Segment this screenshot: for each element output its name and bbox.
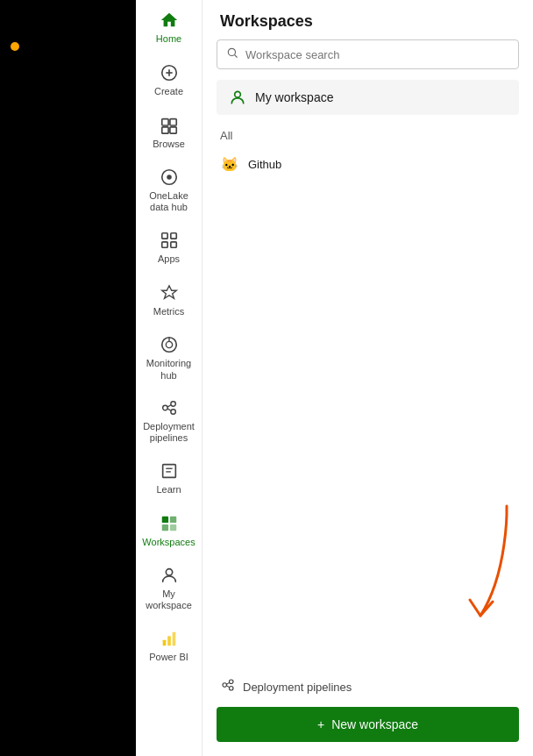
svg-rect-9 — [161, 233, 167, 239]
svg-point-17 — [170, 401, 175, 406]
github-avatar: 🐱 — [220, 154, 239, 174]
sidebar-browse-label: Browse — [153, 139, 185, 150]
workspaces-icon — [159, 513, 180, 534]
sidebar-powerbi-label: Power BI — [149, 652, 188, 663]
svg-rect-24 — [161, 517, 167, 523]
svg-rect-27 — [169, 524, 175, 531]
search-container — [203, 39, 533, 80]
sidebar-monitoring-label: Monitoring hub — [139, 358, 198, 381]
svg-point-36 — [230, 680, 234, 684]
svg-rect-5 — [161, 127, 167, 133]
browse-icon — [159, 115, 180, 136]
sidebar-item-home[interactable]: Home — [136, 0, 202, 53]
svg-rect-10 — [170, 233, 175, 239]
sidebar-item-apps[interactable]: Apps — [136, 220, 202, 273]
svg-point-18 — [170, 410, 175, 415]
onelake-icon — [159, 167, 180, 188]
sidebar-myworkspace-label: My workspace — [139, 588, 198, 611]
sidebar-item-learn[interactable]: Learn — [136, 451, 202, 503]
sidebar-deployment-label: Deployment pipelines — [139, 421, 198, 444]
sidebar-onelake-label: OneLake data hub — [139, 190, 198, 213]
sidebar-item-metrics[interactable]: Metrics — [136, 273, 202, 325]
create-icon — [159, 62, 180, 83]
svg-rect-4 — [169, 119, 175, 125]
sidebar-item-browse[interactable]: Browse — [136, 105, 202, 158]
my-workspace-icon — [229, 89, 246, 106]
main-panel: Workspaces My workspace All 🐱 Github — [203, 0, 533, 756]
svg-line-20 — [167, 409, 171, 410]
arrow-annotation — [437, 502, 524, 642]
monitoring-icon — [159, 334, 180, 355]
svg-point-16 — [162, 405, 167, 410]
svg-point-35 — [223, 683, 227, 688]
svg-point-28 — [166, 569, 172, 575]
search-box[interactable] — [217, 39, 519, 69]
arrow-svg — [437, 502, 524, 642]
svg-point-37 — [230, 687, 234, 691]
sidebar-item-myworkspace[interactable]: My workspace — [136, 556, 202, 618]
sidebar-item-deployment[interactable]: Deployment pipelines — [136, 389, 202, 451]
svg-rect-25 — [169, 517, 175, 523]
orange-dot — [11, 42, 19, 51]
deployment-pipelines-bottom[interactable]: Deployment pipelines — [217, 670, 519, 707]
svg-rect-31 — [172, 632, 175, 646]
svg-point-14 — [166, 342, 172, 348]
svg-rect-11 — [161, 242, 167, 247]
sidebar-workspaces-label: Workspaces — [142, 537, 195, 548]
deployment-icon — [159, 397, 180, 418]
svg-rect-3 — [161, 119, 167, 125]
black-area — [0, 0, 136, 756]
search-icon — [226, 46, 238, 62]
svg-rect-6 — [169, 127, 175, 133]
panel-title: Workspaces — [203, 0, 533, 39]
powerbi-icon — [159, 628, 180, 649]
github-workspace-name: Github — [248, 158, 281, 171]
learn-icon — [159, 460, 180, 481]
svg-point-34 — [235, 91, 241, 97]
my-workspace-item[interactable]: My workspace — [217, 80, 519, 115]
sidebar-item-create[interactable]: Create — [136, 53, 202, 105]
svg-line-19 — [167, 405, 171, 407]
svg-rect-30 — [167, 637, 171, 646]
plus-icon: + — [317, 717, 324, 731]
sidebar: Home Create Browse — [136, 0, 203, 756]
sidebar-apps-label: Apps — [158, 253, 180, 265]
sidebar-home-label: Home — [156, 33, 181, 45]
svg-rect-29 — [162, 640, 166, 645]
sidebar-create-label: Create — [154, 86, 183, 97]
github-workspace-item[interactable]: 🐱 Github — [203, 147, 533, 181]
new-workspace-button[interactable]: + New workspace — [217, 707, 519, 742]
svg-rect-12 — [170, 242, 175, 247]
sidebar-item-monitoring[interactable]: Monitoring hub — [136, 325, 202, 388]
svg-line-39 — [227, 686, 230, 688]
metrics-icon — [159, 282, 180, 303]
myworkspace-sidebar-icon — [159, 565, 180, 586]
sidebar-metrics-label: Metrics — [153, 306, 184, 317]
deployment-pipelines-icon — [220, 677, 236, 696]
sidebar-item-onelake[interactable]: OneLake data hub — [136, 158, 202, 220]
svg-line-38 — [227, 682, 230, 684]
svg-line-33 — [235, 55, 238, 58]
home-icon — [159, 10, 180, 31]
new-workspace-label: New workspace — [331, 717, 418, 731]
svg-rect-26 — [161, 524, 167, 531]
search-input[interactable] — [245, 48, 509, 61]
all-label: All — [203, 122, 533, 147]
svg-point-8 — [167, 175, 172, 180]
deployment-pipelines-bottom-label: Deployment pipelines — [243, 681, 352, 694]
apps-icon — [159, 230, 180, 251]
svg-rect-21 — [162, 465, 175, 478]
sidebar-item-workspaces[interactable]: Workspaces — [136, 503, 202, 556]
sidebar-item-powerbi[interactable]: Power BI — [136, 619, 202, 672]
panel-bottom: Deployment pipelines + New workspace — [203, 670, 533, 756]
my-workspace-label: My workspace — [255, 90, 333, 104]
sidebar-learn-label: Learn — [156, 484, 181, 496]
